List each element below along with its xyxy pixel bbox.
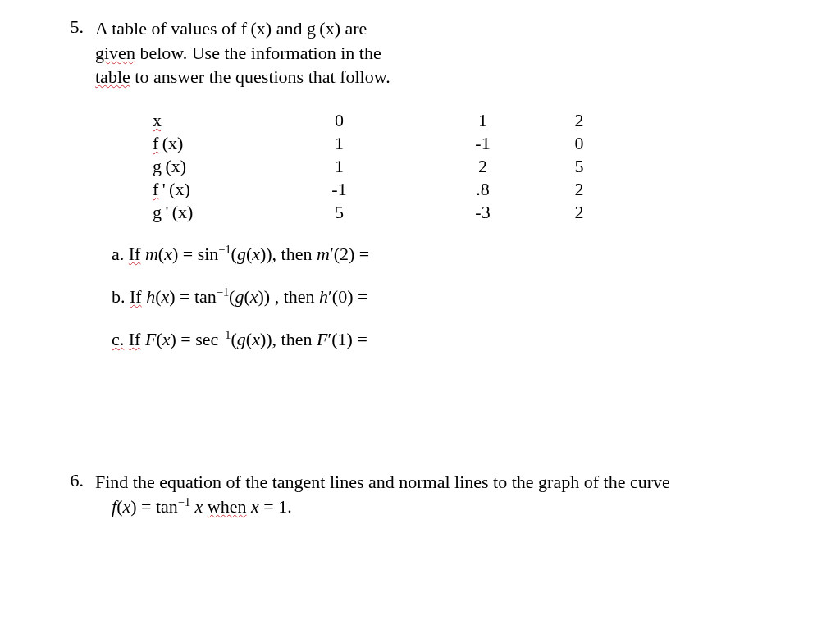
text: m [317, 244, 330, 264]
problem-body: Find the equation of the tangent lines a… [95, 470, 807, 518]
table-label: (x) [165, 156, 186, 176]
table-label: g [153, 202, 162, 222]
value-table: x 0 1 2 f (x) 1 -1 0 g (x) 1 2 5 f ' (x)… [153, 109, 604, 224]
text: x [252, 244, 260, 264]
text: )), then [260, 244, 317, 264]
subpart-a: a. If m(x) = sin−1(g(x)), then m′(2) = [112, 244, 807, 265]
text: x [250, 286, 258, 307]
text: ( [244, 286, 249, 307]
table-row: g ' (x) 5 -3 2 [153, 201, 604, 224]
table-row: f ' (x) -1 .8 2 [153, 178, 604, 201]
table-cell: -3 [411, 201, 555, 224]
table-cell: 1 [267, 155, 411, 178]
text: x [190, 496, 203, 517]
table-cell: 0 [267, 109, 411, 132]
subpart-c: c. If F(x) = sec−1(g(x)), then F′(1) = [112, 329, 807, 350]
text: h [142, 286, 156, 307]
table-cell: 5 [555, 155, 604, 178]
text: ′(1) = [327, 329, 367, 349]
table-cell: 2 [555, 201, 604, 224]
underlined: If [129, 244, 141, 264]
intro-underlined: given [95, 43, 135, 63]
table-cell: 2 [555, 109, 604, 132]
sup: −1 [218, 328, 231, 341]
table-cell: 0 [555, 132, 604, 155]
p6-line1: Find the equation of the tangent lines a… [95, 470, 807, 495]
text: = 1. [259, 496, 292, 517]
spacer [49, 413, 807, 470]
text: x [162, 329, 171, 349]
text: F [140, 329, 156, 349]
underlined: If [129, 329, 141, 349]
table-row: f (x) 1 -1 0 [153, 132, 604, 155]
text: x [122, 496, 130, 517]
problem-6: 6. Find the equation of the tangent line… [49, 470, 807, 518]
text: ′(2) = [330, 244, 369, 264]
text: x [161, 286, 169, 307]
problem-5: 5. A table of values of f (x) and g (x) … [49, 16, 807, 372]
text: h [319, 286, 328, 307]
intro-line-2: given below. Use the information in the [95, 41, 807, 66]
table-cell: .8 [411, 178, 555, 201]
table-cell: 1 [267, 132, 411, 155]
text: ) = tan [169, 286, 217, 307]
table-cell: 1 [411, 109, 555, 132]
text: g [237, 329, 246, 349]
intro-text: below. Use the information in the [135, 43, 381, 63]
subpart-b: b. If h(x) = tan−1(g(x)) , then h′(0) = [112, 286, 807, 308]
text: ) = tan [130, 496, 178, 517]
text: b. [112, 286, 130, 307]
table-label: (x) [162, 133, 184, 153]
p6-line2: f(x) = tan−1 x when x = 1. [112, 495, 807, 519]
text: g [237, 244, 246, 264]
table-label: (x) [172, 202, 194, 222]
problem-number: 6. [49, 470, 95, 518]
table-header-x: x [153, 110, 162, 130]
text: m [140, 244, 158, 264]
text: ( [156, 329, 162, 349]
intro-text: (x) and g [251, 18, 316, 39]
table-cell: -1 [411, 132, 555, 155]
sup: −1 [217, 285, 229, 299]
text: a. [112, 244, 129, 264]
intro-line-1: A table of values of f (x) and g (x) are [95, 16, 807, 41]
table-row: g (x) 1 2 5 [153, 155, 604, 178]
table-row: x 0 1 2 [153, 109, 604, 132]
intro-text: A table of values of f [95, 18, 247, 39]
intro-line-3: table to answer the questions that follo… [95, 65, 807, 89]
intro-text: to answer the questions that follow. [130, 66, 390, 87]
text: x [164, 244, 172, 264]
text: ) = sec [170, 329, 218, 349]
text: ) = sin [172, 244, 218, 264]
problem-body: A table of values of f (x) and g (x) are… [95, 16, 807, 372]
text: x [251, 496, 259, 517]
text: )), then [260, 329, 317, 349]
underlined: c. [112, 329, 124, 349]
table-cell: -1 [267, 178, 411, 201]
intro-text: (x) are [319, 18, 367, 39]
sup: −1 [218, 243, 231, 256]
table-label: g [153, 156, 162, 176]
text: ′(0) = [328, 286, 368, 307]
text: g [235, 286, 244, 307]
text: x [252, 329, 260, 349]
table-label: (x) [169, 179, 190, 199]
text: ( [231, 329, 237, 349]
underlined: If [130, 286, 142, 307]
table-cell: 2 [411, 155, 555, 178]
sup: −1 [178, 495, 190, 508]
underlined: when [208, 496, 247, 517]
text: )) , then [258, 286, 320, 307]
text: ( [231, 244, 237, 264]
table-cell: 2 [555, 178, 604, 201]
text: F [317, 329, 327, 349]
problem-number: 5. [49, 16, 95, 372]
table-cell: 5 [267, 201, 411, 224]
intro-underlined: table [95, 66, 130, 87]
